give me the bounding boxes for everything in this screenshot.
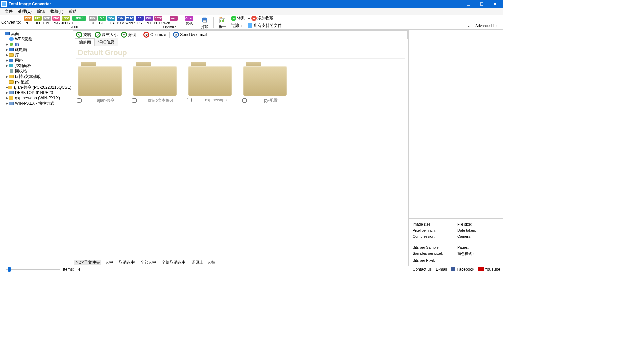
format-pdf-button[interactable]: PDFPDF	[24, 16, 33, 29]
format-tga-button[interactable]: TGATGA	[107, 16, 116, 29]
maximize-button[interactable]	[475, 0, 488, 8]
restore-selection-button[interactable]: 还原上一选择	[190, 260, 217, 265]
menubar: 文件 处理(E) 编辑 收藏(F) 帮助	[0, 8, 503, 15]
format-badge-icon: JPEG	[62, 16, 70, 21]
format-badge-icon: JP2K	[72, 16, 86, 21]
close-button[interactable]	[488, 0, 502, 8]
tree-item[interactable]: 回收站	[1, 68, 72, 74]
folder-thumbnail[interactable]: ajian-共享	[76, 62, 123, 103]
expand-icon[interactable]: ▶	[5, 43, 9, 46]
tree-item[interactable]: ▶WIN-PXLX - 快捷方式	[1, 101, 72, 106]
tab-detail[interactable]: 详细信息	[95, 38, 118, 46]
expand-icon[interactable]: ▶	[5, 102, 9, 105]
menu-help[interactable]: 帮助	[66, 8, 79, 15]
goto-button[interactable]: 转到..▾	[231, 15, 250, 21]
expand-icon[interactable]: ▶	[5, 59, 9, 62]
zoom-slider[interactable]	[6, 269, 60, 270]
tree-label: DESKTOP-61NPH23	[15, 90, 53, 95]
menu-edit[interactable]: 编辑	[34, 8, 48, 15]
format-badge-icon: PPTX	[154, 16, 162, 21]
format-jpeg-button[interactable]: JPEGJPEG	[61, 16, 70, 29]
add-favorite-button[interactable]: 添加收藏	[251, 15, 273, 21]
facebook-link[interactable]: Facebook	[451, 267, 474, 272]
tree-item[interactable]: ▶DESKTOP-61NPH23	[1, 90, 72, 95]
expand-icon[interactable]: ▶	[5, 75, 9, 78]
format-bmp-button[interactable]: BMPBMP	[43, 16, 51, 29]
folder-thumbnail[interactable]: br转p文本修改	[131, 62, 178, 103]
email-link[interactable]: E-mail	[436, 267, 447, 272]
tab-thumbnail[interactable]: 缩略图	[75, 38, 95, 46]
expand-icon[interactable]: ▶	[5, 53, 9, 57]
format-ico-button[interactable]: ICOICO	[88, 16, 97, 29]
meta-divider	[413, 242, 499, 242]
folder-checkbox[interactable]	[132, 98, 137, 103]
format-label: Web Optimize	[163, 21, 184, 29]
resize-button[interactable]: ⤢调整大小	[95, 32, 118, 38]
app-logo-icon	[1, 1, 7, 7]
expand-icon[interactable]: ▶	[5, 86, 8, 89]
expand-icon[interactable]: ▶	[5, 96, 9, 100]
folder-tree: 桌面WPS云盘▶lin▶此电脑▶库▶网络▶控制面板回收站▶br转p文本修改py-…	[0, 30, 73, 266]
menu-process[interactable]: 处理(E)	[15, 8, 34, 15]
folder-thumbnail[interactable]: py-配置	[241, 62, 288, 103]
items-label: Items:	[63, 267, 74, 272]
tree-item[interactable]: ▶控制面板	[1, 63, 72, 68]
format-pptx-button[interactable]: PPTXPPTX	[154, 16, 163, 29]
select-all-button[interactable]: 全部选中	[139, 260, 158, 265]
expand-icon[interactable]: ▶	[5, 91, 9, 94]
tree-item[interactable]: ▶网络	[1, 58, 72, 63]
format-badge-icon: PXM	[117, 16, 125, 21]
format-jpeg-2000-button[interactable]: JP2KJPEG 2000	[71, 16, 88, 29]
menu-file[interactable]: 文件	[2, 8, 15, 15]
format-tiff-button[interactable]: TIFFTIFF	[33, 16, 42, 29]
filter-dropdown[interactable]: 所有支持的文件 ⌄	[246, 22, 472, 29]
tree-item[interactable]: ▶库	[1, 52, 72, 58]
format-png-button[interactable]: PNGPNG	[52, 16, 61, 29]
slider-thumb[interactable]	[8, 267, 11, 272]
rotate-button[interactable]: ↻旋转	[76, 32, 91, 38]
contact-link[interactable]: Contact us	[413, 267, 432, 272]
include-subfolders-button[interactable]: 包含子文件夹	[74, 260, 101, 265]
format-web-optimize-button[interactable]: WebWeb Optimize	[163, 16, 184, 29]
format-webp-button[interactable]: WebPWebP	[126, 16, 135, 29]
advanced-filter-link[interactable]: Advanced filter	[475, 23, 500, 28]
expand-icon[interactable]: ▶	[5, 48, 9, 51]
window-title: Total Image Converter	[9, 2, 462, 6]
tree-item[interactable]: ▶此电脑	[1, 47, 72, 52]
svg-text:PRO: PRO	[219, 17, 223, 19]
tree-item[interactable]: 桌面	[1, 31, 72, 36]
tree-item[interactable]: ▶ajian-共享 (PC-20220215QCSE)	[1, 85, 72, 90]
folder-checkbox[interactable]	[187, 98, 192, 102]
crop-button[interactable]: ✂剪切	[121, 32, 136, 38]
folder-checkbox[interactable]	[77, 98, 82, 103]
report-button[interactable]: PRO 报告	[216, 16, 229, 29]
format-pxm-button[interactable]: PXMPXM	[116, 16, 125, 29]
deselect-all-button[interactable]: 全部取消选中	[160, 260, 187, 265]
deselect-button[interactable]: 取消选中	[117, 260, 136, 265]
optimize-button[interactable]: ⚙Optimize	[143, 32, 166, 38]
send-email-button[interactable]: ✉Send by e-mail	[173, 32, 207, 38]
print-button[interactable]: 打印	[198, 16, 211, 29]
folder-checkbox[interactable]	[242, 98, 247, 103]
format-gif-button[interactable]: GIFGIF	[98, 16, 106, 29]
menu-favorite[interactable]: 收藏(F)	[48, 8, 66, 15]
format-pcl-button[interactable]: PCLPCL	[145, 16, 153, 29]
expand-icon[interactable]: ▶	[5, 64, 9, 67]
folder-name: py-配置	[253, 98, 288, 103]
folder-thumbnail[interactable]: gxptnewapp	[186, 62, 233, 103]
select-button[interactable]: 选中	[104, 260, 115, 265]
tree-item[interactable]: WPS云盘	[1, 36, 72, 42]
tree-item[interactable]: ▶lin	[1, 42, 72, 47]
tree-item[interactable]: py-配置	[1, 79, 72, 85]
format-其他-button[interactable]: Other其他	[185, 16, 194, 29]
separator	[140, 32, 140, 38]
format-ps-button[interactable]: PSPS	[135, 16, 144, 29]
tree-item[interactable]: ▶gxptnewapp (WIN-PXLX)	[1, 95, 72, 101]
youtube-link[interactable]: YouTube	[478, 267, 500, 272]
separator	[169, 32, 170, 38]
format-label: 其他	[186, 21, 193, 26]
minimize-button[interactable]	[462, 0, 475, 8]
tree-item[interactable]: ▶br转p文本修改	[1, 74, 72, 79]
format-badge-icon: Web	[170, 16, 178, 21]
tree-label: gxptnewapp (WIN-PXLX)	[15, 96, 60, 100]
